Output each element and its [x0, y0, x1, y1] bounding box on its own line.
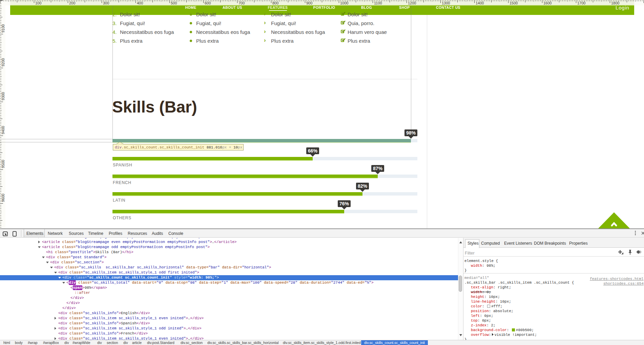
svg-text:500: 500 — [171, 1, 177, 5]
svg-text:200: 200 — [69, 1, 75, 5]
svg-text:600: 600 — [205, 1, 211, 5]
svg-text:1700: 1700 — [577, 1, 585, 5]
svg-text:300: 300 — [103, 1, 109, 5]
svg-text:800: 800 — [272, 1, 278, 5]
svg-text:400: 400 — [137, 1, 143, 5]
svg-text:1000: 1000 — [340, 1, 348, 5]
svg-text:9100: 9100 — [1, 24, 5, 33]
svg-text:1600: 1600 — [543, 1, 552, 5]
svg-text:1400: 1400 — [476, 1, 484, 5]
svg-text:1300: 1300 — [442, 1, 450, 5]
svg-text:9300: 9300 — [1, 92, 5, 100]
svg-text:1200: 1200 — [408, 1, 416, 5]
svg-text:9500: 9500 — [1, 160, 5, 168]
svg-text:9600: 9600 — [1, 194, 5, 202]
svg-text:900: 900 — [306, 1, 312, 5]
svg-text:9400: 9400 — [1, 126, 5, 134]
svg-text:1100: 1100 — [374, 1, 382, 5]
svg-text:1800: 1800 — [611, 1, 619, 5]
svg-text:100: 100 — [35, 1, 41, 5]
svg-text:9200: 9200 — [1, 58, 5, 66]
svg-text:700: 700 — [238, 1, 245, 5]
svg-text:1500: 1500 — [510, 1, 518, 5]
